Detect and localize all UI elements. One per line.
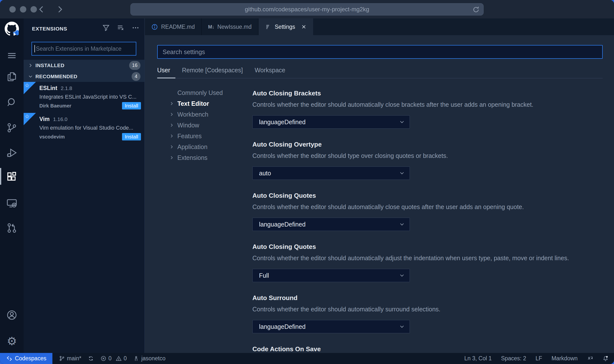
sync-icon (88, 355, 94, 362)
chevron-right-icon (169, 133, 174, 139)
minimize-window-button[interactable] (20, 6, 26, 13)
account-icon[interactable] (0, 308, 24, 322)
setting-description: Controls whether the editor should autom… (252, 254, 604, 262)
select-value: languageDefined (253, 119, 399, 126)
source-control-icon[interactable] (0, 121, 24, 135)
branch-status[interactable]: main* (59, 355, 81, 362)
scope-tab-workspace[interactable]: Workspace (255, 67, 285, 78)
installed-count-badge: 16 (129, 61, 140, 70)
tab-bar: README.md M↓ NewIssue.md Settings (145, 18, 614, 35)
settings-toc: Commonly Used Text Editor Workbench Wind… (169, 87, 250, 163)
toc-window[interactable]: Window (169, 120, 250, 131)
feedback-button[interactable] (587, 355, 593, 362)
select-value: auto (253, 170, 399, 177)
tab-newissue[interactable]: M↓ NewIssue.md (202, 18, 259, 35)
address-bar[interactable]: github.com/codespaces/user-my-project-mg… (130, 3, 484, 15)
problems-status[interactable]: 0 0 (100, 355, 127, 362)
remote-indicator[interactable]: Codespaces (0, 353, 52, 364)
settings-search-box[interactable] (157, 45, 603, 59)
toc-extensions[interactable]: Extensions (169, 152, 250, 163)
sidebar-title: EXTENSIONS (32, 26, 67, 32)
scope-tab-user[interactable]: User (157, 67, 170, 78)
extensions-sidebar: EXTENSIONS INSTALLED 16 RECOMMENDED 4 (24, 18, 145, 353)
extension-version: 2.1.8 (61, 85, 72, 91)
editor-group: README.md M↓ NewIssue.md Settings (145, 18, 614, 353)
window-controls[interactable] (9, 6, 37, 13)
recommended-ribbon: ☆ (24, 113, 36, 125)
setting-select[interactable]: languageDefined (252, 115, 410, 129)
extensions-icon[interactable] (0, 170, 24, 184)
tab-settings[interactable]: Settings (259, 18, 313, 35)
indentation[interactable]: Spaces: 2 (501, 355, 526, 362)
notifications-button[interactable] (602, 355, 609, 362)
user-icon (133, 355, 139, 362)
pull-requests-icon[interactable] (0, 221, 24, 235)
info-icon (151, 24, 158, 30)
close-tab-icon[interactable] (301, 24, 307, 30)
section-recommended[interactable]: RECOMMENDED 4 (24, 71, 144, 82)
chevron-right-icon (169, 112, 174, 117)
run-debug-icon[interactable] (0, 146, 24, 160)
user-status[interactable]: jasonetco (133, 355, 165, 362)
github-logo-icon[interactable] (0, 22, 24, 36)
tab-label: README.md (161, 24, 195, 30)
setting-select[interactable]: Full (252, 269, 410, 282)
setting-select[interactable]: languageDefined (252, 218, 410, 231)
settings-search-input[interactable] (158, 46, 602, 58)
section-installed[interactable]: INSTALLED 16 (24, 60, 144, 71)
toc-features[interactable]: Features (169, 131, 250, 141)
extensions-search-input[interactable] (35, 46, 136, 52)
scope-tab-remote[interactable]: Remote [Codespaces] (182, 67, 243, 78)
extension-list-item[interactable]: ☆ Vim1.16.0 Vim emulation for Visual Stu… (24, 113, 144, 144)
setting-item: Auto Closing Quotes Controls whether the… (252, 243, 604, 282)
extension-list-item[interactable]: ☆ ESLint2.1.8 Integrates ESLint JavaScri… (24, 82, 144, 113)
chevron-down-icon (28, 74, 33, 79)
search-icon[interactable] (0, 95, 24, 109)
toc-commonly-used[interactable]: Commonly Used (169, 87, 250, 98)
clear-extension-search-icon[interactable] (117, 24, 125, 33)
branch-label: main* (67, 355, 81, 362)
setting-title: Auto Closing Quotes (252, 192, 604, 199)
setting-title: Auto Surround (252, 294, 604, 302)
browser-back-button[interactable] (37, 4, 47, 14)
more-actions-icon[interactable] (132, 24, 139, 33)
setting-item: Auto Closing Brackets Controls whether t… (252, 89, 604, 129)
tab-readme[interactable]: README.md (145, 18, 202, 35)
section-label: INSTALLED (35, 62, 129, 68)
sync-status[interactable] (88, 355, 94, 362)
eol-sequence[interactable]: LF (536, 355, 542, 362)
remote-explorer-icon[interactable] (0, 197, 24, 210)
language-mode[interactable]: Markdown (552, 355, 578, 362)
active-scope-underline (157, 77, 175, 78)
setting-item: Code Actions On Save (252, 345, 604, 353)
filter-icon[interactable] (102, 24, 110, 33)
cursor-position[interactable]: Ln 3, Col 1 (464, 355, 492, 362)
extension-name: Vim (39, 116, 50, 122)
browser-forward-button[interactable] (55, 4, 64, 14)
chevron-down-icon (399, 272, 405, 279)
close-window-button[interactable] (9, 6, 16, 13)
extensions-search-box[interactable] (31, 42, 136, 56)
settings-gear-icon[interactable]: ⚙ (0, 334, 24, 348)
branch-icon (59, 355, 65, 362)
zoom-window-button[interactable] (31, 6, 37, 13)
section-label: RECOMMENDED (35, 74, 132, 79)
reload-icon[interactable] (473, 6, 479, 13)
toc-application[interactable]: Application (169, 141, 250, 152)
scope-divider (157, 78, 603, 78)
chevron-down-icon (399, 170, 405, 176)
chevron-right-icon (169, 122, 174, 128)
install-button[interactable]: Install (122, 102, 141, 109)
toc-text-editor[interactable]: Text Editor (169, 98, 250, 109)
menu-icon[interactable] (0, 48, 24, 62)
setting-select[interactable]: languageDefined (252, 320, 410, 333)
setting-select[interactable]: auto (252, 167, 410, 180)
errors-icon (100, 355, 107, 362)
toc-workbench[interactable]: Workbench (169, 109, 250, 120)
browser-chrome: github.com/codespaces/user-my-project-mg… (0, 0, 614, 18)
settings-editor: User Remote [Codespaces] Workspace Commo… (145, 35, 614, 353)
install-button[interactable]: Install (122, 133, 141, 140)
explorer-icon[interactable] (0, 70, 24, 83)
address-bar-url[interactable]: github.com/codespaces/user-my-project-mg… (245, 6, 369, 13)
setting-description: Controls whether the editor should autom… (252, 203, 604, 211)
